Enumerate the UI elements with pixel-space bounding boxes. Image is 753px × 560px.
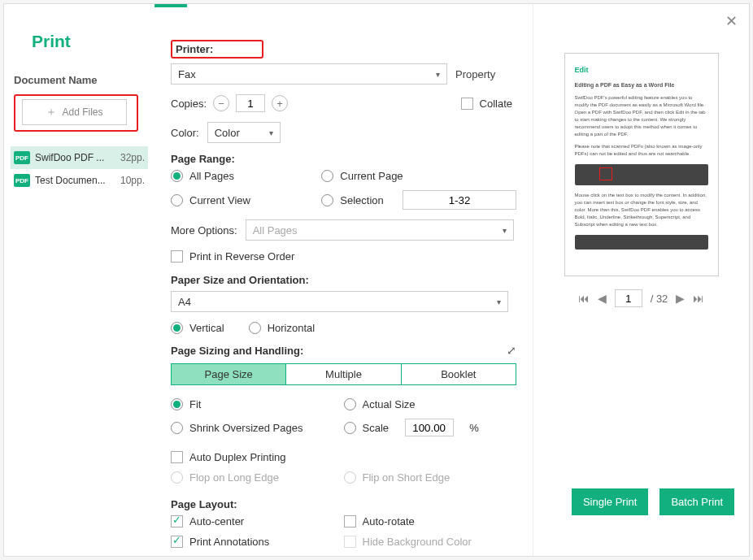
preview-text: Mouse click on the text box to modify th… bbox=[575, 192, 708, 228]
sizing-label: Page Sizing and Handling: bbox=[171, 345, 303, 357]
preview-text: Please note that scanned PDFs (also know… bbox=[575, 143, 708, 158]
pdf-icon: PDF bbox=[14, 151, 30, 164]
selection-range-input[interactable] bbox=[403, 190, 516, 210]
current-page-option[interactable]: Current Page bbox=[321, 170, 516, 182]
all-pages-label: All Pages bbox=[189, 170, 234, 182]
sizing-grid: Fit Actual Size Shrink Oversized Pages S… bbox=[171, 398, 516, 436]
add-files-highlight: ＋ Add Files bbox=[14, 94, 138, 132]
more-options-select[interactable]: All Pages ▾ bbox=[246, 219, 514, 241]
tab-page-size[interactable]: Page Size bbox=[172, 364, 286, 384]
printer-row: Fax ▾ Property bbox=[171, 63, 516, 85]
dialog-title: Print bbox=[11, 14, 148, 74]
shrink-label: Shrink Oversized Pages bbox=[189, 422, 303, 434]
next-page-button[interactable]: ▶ bbox=[676, 292, 685, 305]
scale-option[interactable]: Scale % bbox=[344, 419, 517, 436]
document-pages: 10pp. bbox=[120, 175, 145, 186]
selection-option[interactable]: Selection bbox=[321, 190, 516, 210]
scale-input[interactable] bbox=[405, 419, 454, 436]
page-range-grid: All Pages Current Page Current View Sele… bbox=[171, 170, 516, 210]
document-row-0[interactable]: PDF SwifDoo PDF ... 32pp. bbox=[11, 146, 148, 169]
page-preview: Edit Editing a PDF as Easy as a Word Fil… bbox=[564, 53, 719, 276]
horizontal-option[interactable]: Horizontal bbox=[249, 322, 316, 334]
radio-icon bbox=[171, 422, 183, 434]
radio-icon bbox=[321, 194, 333, 206]
color-select[interactable]: Color ▾ bbox=[207, 122, 281, 143]
paper-label: Paper Size and Orientation: bbox=[171, 274, 516, 286]
last-page-button[interactable]: ⏭ bbox=[693, 292, 704, 305]
checkbox-icon[interactable] bbox=[344, 515, 356, 527]
document-pages: 32pp. bbox=[120, 152, 145, 163]
reverse-checkbox[interactable] bbox=[171, 250, 183, 263]
checkbox-icon[interactable] bbox=[171, 536, 183, 548]
horizontal-label: Horizontal bbox=[268, 322, 316, 334]
duplex-option[interactable]: Auto Duplex Printing bbox=[171, 451, 516, 463]
document-name: Test Documen... bbox=[35, 175, 115, 186]
radio-icon bbox=[171, 170, 183, 182]
single-print-button[interactable]: Single Print bbox=[572, 488, 648, 515]
actual-label: Actual Size bbox=[363, 398, 416, 410]
page-number-input[interactable] bbox=[615, 289, 642, 307]
radio-icon bbox=[171, 398, 183, 410]
more-options-label: More Options: bbox=[171, 224, 237, 237]
copies-control: Copies: − + bbox=[171, 94, 288, 112]
copies-row: Copies: − + Collate bbox=[171, 94, 512, 112]
first-page-button[interactable]: ⏮ bbox=[578, 292, 590, 305]
chevron-down-icon: ▾ bbox=[436, 70, 440, 79]
color-label: Color: bbox=[171, 127, 199, 139]
printer-label: Printer: bbox=[176, 43, 213, 55]
close-icon[interactable]: ✕ bbox=[725, 12, 738, 30]
current-view-label: Current View bbox=[189, 194, 250, 206]
printer-value: Fax bbox=[178, 68, 196, 80]
tab-multiple[interactable]: Multiple bbox=[286, 364, 401, 384]
add-files-label: Add Files bbox=[62, 106, 102, 118]
selection-label: Selection bbox=[340, 194, 383, 206]
reverse-order-option[interactable]: Print in Reverse Order bbox=[171, 250, 516, 263]
all-pages-option[interactable]: All Pages bbox=[171, 170, 321, 182]
auto-rotate-label: Auto-rotate bbox=[363, 515, 415, 527]
orientation-row: Vertical Horizontal bbox=[171, 322, 516, 334]
prev-page-button[interactable]: ◀ bbox=[598, 292, 607, 305]
current-view-option[interactable]: Current View bbox=[171, 190, 321, 210]
paper-size-select[interactable]: A4 ▾ bbox=[171, 291, 508, 312]
print-annotations-option[interactable]: Print Annotations bbox=[171, 536, 344, 548]
short-edge-option: Flip on Short Edge bbox=[344, 471, 517, 484]
sizing-header: Page Sizing and Handling: ⤢ bbox=[171, 344, 516, 357]
duplex-checkbox[interactable] bbox=[171, 451, 183, 463]
auto-center-label: Auto-center bbox=[189, 515, 244, 527]
copies-minus-button[interactable]: − bbox=[213, 95, 229, 111]
tab-booklet[interactable]: Booklet bbox=[402, 364, 516, 384]
auto-center-option[interactable]: Auto-center bbox=[171, 515, 344, 527]
layout-grid: Auto-center Auto-rotate Print Annotation… bbox=[171, 515, 516, 548]
plus-icon: ＋ bbox=[46, 105, 57, 119]
checkbox-icon[interactable] bbox=[171, 515, 183, 527]
vertical-option[interactable]: Vertical bbox=[171, 322, 224, 334]
batch-print-button[interactable]: Batch Print bbox=[659, 488, 734, 515]
auto-rotate-option[interactable]: Auto-rotate bbox=[344, 515, 517, 527]
more-options-row: More Options: All Pages ▾ bbox=[171, 219, 516, 241]
property-link[interactable]: Property bbox=[455, 68, 495, 80]
collate-option[interactable]: Collate bbox=[461, 98, 512, 110]
pdf-icon: PDF bbox=[14, 174, 30, 187]
fit-option[interactable]: Fit bbox=[171, 398, 344, 410]
duplex-grid: Flop on Long Edge Flip on Short Edge bbox=[171, 471, 516, 484]
settings-panel: Printer: Fax ▾ Property Copies: − + C bbox=[155, 4, 533, 556]
copies-input[interactable] bbox=[236, 94, 265, 112]
copies-label: Copies: bbox=[171, 98, 207, 110]
expand-icon[interactable]: ⤢ bbox=[507, 344, 516, 357]
fit-label: Fit bbox=[189, 398, 201, 410]
shrink-option[interactable]: Shrink Oversized Pages bbox=[171, 419, 344, 436]
radio-icon bbox=[249, 322, 261, 334]
collate-checkbox[interactable] bbox=[461, 98, 473, 110]
printer-select[interactable]: Fax ▾ bbox=[171, 63, 447, 85]
short-edge-label: Flip on Short Edge bbox=[363, 471, 450, 484]
add-files-button[interactable]: ＋ Add Files bbox=[22, 99, 127, 125]
paper-size-value: A4 bbox=[178, 296, 191, 308]
hide-bg-label: Hide Background Color bbox=[363, 536, 472, 548]
vertical-label: Vertical bbox=[189, 322, 224, 334]
actual-size-option[interactable]: Actual Size bbox=[344, 398, 517, 410]
preview-toolbar-img bbox=[575, 164, 708, 185]
long-edge-option: Flop on Long Edge bbox=[171, 471, 344, 484]
copies-plus-button[interactable]: + bbox=[272, 95, 288, 111]
document-row-1[interactable]: PDF Test Documen... 10pp. bbox=[11, 169, 148, 192]
printer-label-highlight: Printer: bbox=[171, 40, 263, 59]
